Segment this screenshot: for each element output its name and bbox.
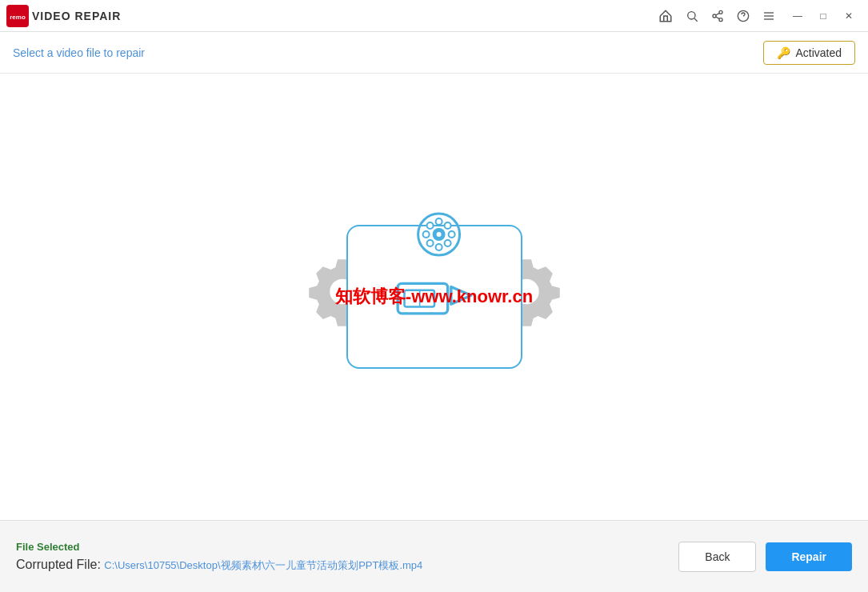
help-icon[interactable] xyxy=(737,10,750,22)
repair-button[interactable]: Repair xyxy=(766,542,852,571)
svg-point-16 xyxy=(436,232,441,237)
svg-point-17 xyxy=(435,218,442,225)
svg-marker-28 xyxy=(450,287,470,305)
main-content: 知软博客-www.knowr.cn xyxy=(0,74,868,520)
svg-line-8 xyxy=(716,13,720,15)
sub-header: Select a video file to repair 🔑 Activate… xyxy=(0,32,868,74)
window-controls: — □ ✕ xyxy=(785,3,862,29)
film-reel-svg xyxy=(416,212,461,257)
svg-point-4 xyxy=(719,10,722,14)
app-title: VIDEO REPAIR xyxy=(32,10,121,22)
video-camera-svg xyxy=(394,269,474,325)
svg-line-7 xyxy=(716,17,720,19)
file-path: C:\Users\10755\Desktop\视频素材\六一儿童节活动策划PPT… xyxy=(104,559,422,571)
svg-line-3 xyxy=(694,18,698,22)
svg-point-5 xyxy=(713,14,716,18)
title-bar-icons xyxy=(658,9,775,23)
close-button[interactable]: ✕ xyxy=(836,3,862,29)
activated-button[interactable]: 🔑 Activated xyxy=(763,41,855,65)
file-path-row: Corrupted File: C:\Users\10755\Desktop\视… xyxy=(16,558,422,573)
svg-point-20 xyxy=(448,231,454,238)
logo-icon: remo xyxy=(6,5,29,27)
breadcrumb: Select a video file to repair xyxy=(13,46,145,59)
activated-label: Activated xyxy=(795,46,842,59)
svg-point-24 xyxy=(426,240,433,246)
bottom-bar: File Selected Corrupted File: C:\Users\1… xyxy=(0,520,868,592)
title-bar: remo VIDEO REPAIR — □ xyxy=(0,0,868,32)
menu-icon[interactable] xyxy=(762,10,775,22)
illustration-container[interactable] xyxy=(306,209,562,385)
minimize-button[interactable]: — xyxy=(785,3,810,29)
app-logo: remo VIDEO REPAIR xyxy=(6,5,121,27)
key-icon: 🔑 xyxy=(777,46,790,59)
search-icon[interactable] xyxy=(686,10,698,22)
back-button[interactable]: Back xyxy=(678,542,756,572)
logo-svg: remo xyxy=(9,7,26,25)
svg-text:remo: remo xyxy=(10,14,26,21)
home-icon[interactable] xyxy=(658,9,673,23)
title-bar-left: remo VIDEO REPAIR xyxy=(6,5,121,27)
file-info: File Selected Corrupted File: C:\Users\1… xyxy=(16,541,422,573)
file-selected-label: File Selected xyxy=(16,541,422,553)
bottom-buttons: Back Repair xyxy=(678,542,852,572)
svg-point-6 xyxy=(719,18,722,21)
maximize-button[interactable]: □ xyxy=(810,3,836,29)
svg-point-18 xyxy=(435,244,442,250)
corrupted-label: Corrupted File: xyxy=(16,558,101,571)
video-drop-area[interactable] xyxy=(346,225,522,369)
svg-point-22 xyxy=(444,240,450,246)
share-icon[interactable] xyxy=(711,10,724,22)
svg-point-21 xyxy=(426,222,433,229)
svg-point-2 xyxy=(688,11,695,18)
svg-point-23 xyxy=(444,222,450,229)
svg-point-19 xyxy=(422,231,429,238)
film-reel-icon xyxy=(416,212,461,266)
